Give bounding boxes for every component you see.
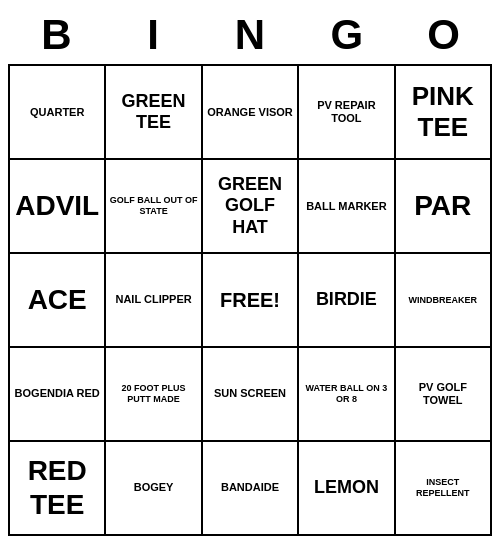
- bingo-cell: PINK TEE: [396, 66, 492, 160]
- header-letter: O: [395, 8, 492, 62]
- bingo-cell: PV GOLF TOWEL: [396, 348, 492, 442]
- bingo-cell: WATER BALL ON 3 OR 8: [299, 348, 395, 442]
- bingo-cell: BOGENDIA RED: [10, 348, 106, 442]
- bingo-cell: GREEN GOLF HAT: [203, 160, 299, 254]
- bingo-grid: QUARTERGREEN TEEORANGE VISORPV REPAIR TO…: [8, 64, 492, 536]
- bingo-cell: QUARTER: [10, 66, 106, 160]
- header-letter: N: [202, 8, 299, 62]
- bingo-cell: FREE!: [203, 254, 299, 348]
- bingo-cell: ADVIL: [10, 160, 106, 254]
- bingo-cell: RED TEE: [10, 442, 106, 536]
- bingo-cell: ORANGE VISOR: [203, 66, 299, 160]
- bingo-cell: BOGEY: [106, 442, 202, 536]
- bingo-header: BINGO: [8, 8, 492, 62]
- bingo-cell: PAR: [396, 160, 492, 254]
- header-letter: I: [105, 8, 202, 62]
- bingo-cell: GREEN TEE: [106, 66, 202, 160]
- bingo-cell: 20 FOOT PLUS PUTT MADE: [106, 348, 202, 442]
- bingo-cell: NAIL CLIPPER: [106, 254, 202, 348]
- bingo-cell: INSECT REPELLENT: [396, 442, 492, 536]
- bingo-cell: ACE: [10, 254, 106, 348]
- bingo-cell: PV REPAIR TOOL: [299, 66, 395, 160]
- bingo-cell: BALL MARKER: [299, 160, 395, 254]
- bingo-cell: LEMON: [299, 442, 395, 536]
- bingo-cell: GOLF BALL OUT OF STATE: [106, 160, 202, 254]
- header-letter: B: [8, 8, 105, 62]
- bingo-cell: WINDBREAKER: [396, 254, 492, 348]
- header-letter: G: [298, 8, 395, 62]
- bingo-cell: SUN SCREEN: [203, 348, 299, 442]
- bingo-cell: BIRDIE: [299, 254, 395, 348]
- bingo-cell: BANDAIDE: [203, 442, 299, 536]
